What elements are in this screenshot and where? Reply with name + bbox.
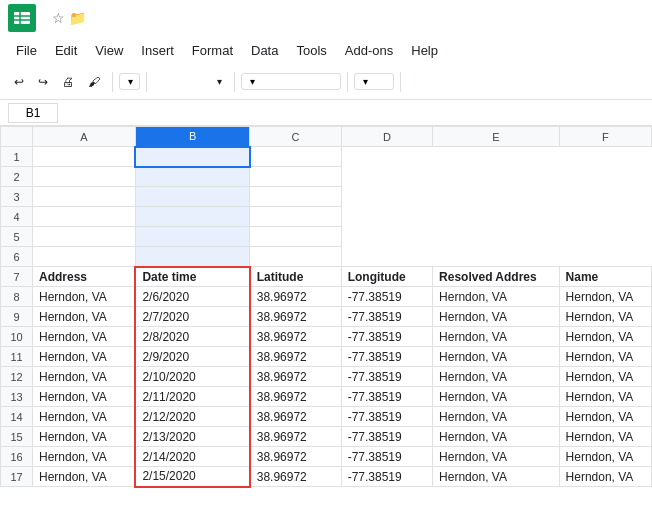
col-header-a[interactable]: A <box>33 127 136 147</box>
cell[interactable] <box>135 167 249 187</box>
cell[interactable]: -77.38519 <box>341 327 432 347</box>
cell[interactable] <box>250 187 341 207</box>
cell[interactable] <box>250 247 341 267</box>
cell[interactable] <box>135 147 249 167</box>
cell[interactable] <box>250 207 341 227</box>
formula-input[interactable] <box>70 106 644 120</box>
strikethrough-button[interactable] <box>431 80 441 84</box>
cell[interactable] <box>33 147 136 167</box>
cell[interactable] <box>33 207 136 227</box>
redo-button[interactable]: ↪ <box>32 71 54 93</box>
cell[interactable]: 2/9/2020 <box>135 347 249 367</box>
cell[interactable]: Herndon, VA <box>33 447 136 467</box>
cell[interactable]: 2/12/2020 <box>135 407 249 427</box>
undo-button[interactable]: ↩ <box>8 71 30 93</box>
italic-button[interactable] <box>419 80 429 84</box>
cell[interactable]: 38.96972 <box>250 427 341 447</box>
cell[interactable]: Herndon, VA <box>433 467 559 487</box>
cell[interactable]: Herndon, VA <box>33 367 136 387</box>
cell[interactable]: Herndon, VA <box>559 467 651 487</box>
cell[interactable]: -77.38519 <box>341 467 432 487</box>
cell[interactable] <box>135 187 249 207</box>
cell[interactable]: -77.38519 <box>341 307 432 327</box>
currency-button[interactable] <box>153 78 165 86</box>
cell[interactable] <box>33 167 136 187</box>
cell[interactable] <box>33 187 136 207</box>
cell[interactable]: -77.38519 <box>341 447 432 467</box>
menu-tools[interactable]: Tools <box>288 40 334 61</box>
cell[interactable]: Herndon, VA <box>33 427 136 447</box>
cell[interactable]: 38.96972 <box>250 307 341 327</box>
decimal-decrease-button[interactable] <box>181 78 193 86</box>
cell[interactable]: 38.96972 <box>250 447 341 467</box>
cell[interactable]: Herndon, VA <box>433 407 559 427</box>
cell[interactable] <box>135 247 249 267</box>
cell[interactable] <box>33 247 136 267</box>
cell[interactable]: 38.96972 <box>250 467 341 487</box>
cell[interactable]: Name <box>559 267 651 287</box>
cell[interactable]: Herndon, VA <box>433 367 559 387</box>
font-selector[interactable]: ▾ <box>241 73 341 90</box>
cell[interactable]: 2/15/2020 <box>135 467 249 487</box>
zoom-control[interactable]: ▾ <box>119 73 140 90</box>
cell[interactable]: Herndon, VA <box>559 287 651 307</box>
cell[interactable]: Herndon, VA <box>559 407 651 427</box>
cell-reference[interactable] <box>8 103 58 123</box>
menu-file[interactable]: File <box>8 40 45 61</box>
cell[interactable]: Herndon, VA <box>559 327 651 347</box>
menu-view[interactable]: View <box>87 40 131 61</box>
format-paint-button[interactable]: 🖌 <box>82 71 106 93</box>
cell[interactable]: Herndon, VA <box>559 307 651 327</box>
cell[interactable]: Herndon, VA <box>559 387 651 407</box>
menu-format[interactable]: Format <box>184 40 241 61</box>
cell[interactable]: Herndon, VA <box>33 467 136 487</box>
cell[interactable]: Herndon, VA <box>433 327 559 347</box>
cell[interactable]: Date time <box>135 267 249 287</box>
font-size-control[interactable]: ▾ <box>354 73 394 90</box>
cell[interactable]: -77.38519 <box>341 287 432 307</box>
cell[interactable]: Resolved Addres <box>433 267 559 287</box>
cell[interactable] <box>250 147 341 167</box>
cell[interactable]: 38.96972 <box>250 387 341 407</box>
bold-button[interactable] <box>407 80 417 84</box>
cell[interactable] <box>135 207 249 227</box>
percent-button[interactable] <box>167 78 179 86</box>
cell[interactable]: Address <box>33 267 136 287</box>
cell[interactable]: 2/13/2020 <box>135 427 249 447</box>
cell[interactable]: Herndon, VA <box>433 447 559 467</box>
cell[interactable]: Herndon, VA <box>559 367 651 387</box>
cell[interactable]: Herndon, VA <box>33 287 136 307</box>
cell[interactable] <box>250 167 341 187</box>
cell[interactable]: 2/7/2020 <box>135 307 249 327</box>
cell[interactable]: 38.96972 <box>250 347 341 367</box>
cell[interactable] <box>33 227 136 247</box>
more-formats-button[interactable]: ▾ <box>209 72 228 91</box>
cell[interactable]: Herndon, VA <box>433 287 559 307</box>
cell[interactable]: Herndon, VA <box>433 387 559 407</box>
cell[interactable]: 2/11/2020 <box>135 387 249 407</box>
cell[interactable]: Herndon, VA <box>559 447 651 467</box>
cell[interactable] <box>135 227 249 247</box>
cell[interactable]: Herndon, VA <box>33 327 136 347</box>
cell[interactable]: -77.38519 <box>341 407 432 427</box>
col-header-c[interactable]: C <box>250 127 341 147</box>
cell[interactable]: Herndon, VA <box>33 307 136 327</box>
star-icon[interactable]: ☆ <box>52 10 65 26</box>
cell[interactable]: 2/10/2020 <box>135 367 249 387</box>
cell[interactable]: Herndon, VA <box>33 387 136 407</box>
cell[interactable]: -77.38519 <box>341 347 432 367</box>
cell[interactable]: Herndon, VA <box>559 347 651 367</box>
col-header-f[interactable]: F <box>559 127 651 147</box>
decimal-increase-button[interactable] <box>195 78 207 86</box>
cell[interactable]: 2/8/2020 <box>135 327 249 347</box>
cell[interactable]: Herndon, VA <box>433 347 559 367</box>
cell[interactable]: Herndon, VA <box>559 427 651 447</box>
cell[interactable]: -77.38519 <box>341 427 432 447</box>
cell[interactable]: Longitude <box>341 267 432 287</box>
cell[interactable]: 38.96972 <box>250 327 341 347</box>
cell[interactable]: Herndon, VA <box>33 407 136 427</box>
cell[interactable]: Herndon, VA <box>33 347 136 367</box>
col-header-e[interactable]: E <box>433 127 559 147</box>
cell[interactable]: 38.96972 <box>250 287 341 307</box>
cell[interactable] <box>250 227 341 247</box>
